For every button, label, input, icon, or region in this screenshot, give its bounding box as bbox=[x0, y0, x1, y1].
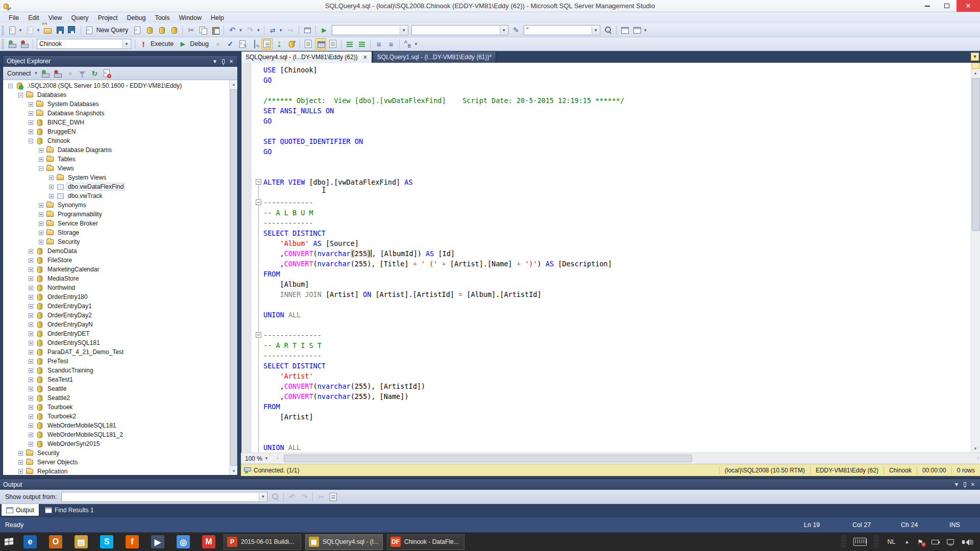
menu-tools[interactable]: Tools bbox=[150, 13, 174, 23]
tree-item[interactable]: +WebOrderMobileSQL181_2 bbox=[3, 430, 229, 439]
decrease-indent-icon[interactable] bbox=[373, 38, 384, 49]
tree-item[interactable]: +DemoData bbox=[3, 246, 229, 256]
scroll-down-icon[interactable]: ▼ bbox=[230, 467, 237, 475]
start-icon[interactable] bbox=[318, 24, 330, 36]
database-engine-query-icon[interactable] bbox=[132, 24, 143, 36]
expand-icon[interactable]: + bbox=[29, 368, 33, 373]
expand-icon[interactable]: + bbox=[29, 387, 33, 391]
tree-item[interactable]: +Seattle bbox=[3, 384, 229, 393]
show-output-from-combo[interactable]: ▼ bbox=[61, 492, 267, 502]
find-icon[interactable] bbox=[602, 24, 614, 36]
include-actual-execution-plan-icon[interactable] bbox=[261, 38, 273, 49]
tree-item[interactable]: +OrderEntryDayN bbox=[3, 320, 229, 329]
dmx-query-icon[interactable] bbox=[156, 24, 167, 36]
window-icon[interactable] bbox=[619, 24, 630, 36]
tree-item[interactable]: +PreTest bbox=[3, 357, 229, 366]
expand-icon[interactable]: + bbox=[29, 396, 33, 400]
collapse-icon[interactable]: − bbox=[8, 84, 13, 88]
tree-item[interactable]: +Synonyms bbox=[3, 201, 229, 210]
menu-file[interactable]: File bbox=[4, 13, 23, 23]
expand-icon[interactable]: + bbox=[29, 120, 33, 125]
tree-item[interactable]: +MarketingCalendar bbox=[3, 265, 229, 274]
next-message-icon[interactable] bbox=[299, 491, 310, 503]
available-databases-combo[interactable]: Chinook▼ bbox=[37, 39, 131, 49]
menu-window[interactable]: Window bbox=[175, 13, 206, 23]
query-designer-icon[interactable]: ✎ bbox=[237, 38, 248, 49]
expand-icon[interactable]: + bbox=[29, 423, 33, 428]
window-position-icon[interactable]: ▼ bbox=[211, 58, 219, 65]
collapse-icon[interactable]: − bbox=[39, 166, 43, 171]
expand-icon[interactable]: + bbox=[18, 451, 23, 456]
taskbar-dataflex-button[interactable]: DFChinook - DataFle... bbox=[387, 534, 464, 550]
dropdown-arrow-icon[interactable]: ▼ bbox=[238, 28, 242, 33]
tree-item[interactable]: +MediaStore bbox=[3, 274, 229, 283]
expand-icon[interactable]: + bbox=[29, 295, 33, 299]
previous-message-icon[interactable] bbox=[286, 491, 298, 503]
tree-item[interactable]: +BINCE_DWH bbox=[3, 118, 229, 127]
expand-icon[interactable]: + bbox=[49, 185, 54, 189]
scroll-marker[interactable] bbox=[972, 63, 980, 69]
editor-horizontal-scrollbar[interactable]: ‹ › bbox=[276, 453, 980, 464]
tree-item[interactable]: +ScanducTraining bbox=[3, 366, 229, 375]
debug-icon[interactable] bbox=[177, 38, 188, 49]
tree-item[interactable]: +Tourboek2 bbox=[3, 412, 229, 421]
tree-item[interactable]: +Server Objects bbox=[3, 458, 229, 467]
skype-icon[interactable]: S bbox=[94, 533, 119, 551]
properties-window-icon[interactable] bbox=[631, 24, 643, 36]
tree-item[interactable]: +System Databases bbox=[3, 99, 229, 109]
tree-item[interactable]: +Northwind bbox=[3, 283, 229, 292]
fold-collapse-icon[interactable]: − bbox=[256, 199, 261, 205]
action-center-flag-icon[interactable]: ⚑ bbox=[917, 538, 923, 546]
tree-item[interactable]: −Databases bbox=[3, 90, 229, 99]
chrome-icon[interactable]: ◎ bbox=[170, 533, 196, 551]
tree-item[interactable]: −Chinook bbox=[3, 136, 229, 145]
disconnect-icon[interactable] bbox=[52, 68, 63, 79]
document-tab-1[interactable]: SQLQuery4.sql - (l...DY-VM81\Eddy (62))✕ bbox=[241, 51, 372, 63]
tree-item[interactable]: +Tables bbox=[3, 155, 229, 164]
expand-icon[interactable]: + bbox=[29, 286, 33, 290]
start-button[interactable] bbox=[0, 533, 17, 551]
window-position-icon[interactable]: ▼ bbox=[952, 481, 961, 488]
auto-hide-pin-icon[interactable] bbox=[219, 58, 227, 65]
collapse-icon[interactable]: − bbox=[18, 93, 23, 97]
menu-project[interactable]: Project bbox=[93, 13, 122, 23]
connect-button[interactable]: Connect bbox=[7, 70, 31, 77]
expand-icon[interactable]: + bbox=[39, 157, 43, 162]
menu-view[interactable]: View bbox=[44, 13, 67, 23]
toolbar-combo-1[interactable]: ▼ bbox=[332, 25, 408, 35]
tree-item[interactable]: +System Views bbox=[3, 173, 229, 182]
output-title-bar[interactable]: Output ▼ ✕ bbox=[0, 479, 980, 490]
expand-icon[interactable]: + bbox=[29, 350, 33, 355]
expand-icon[interactable]: + bbox=[29, 111, 33, 116]
open-file-icon[interactable] bbox=[42, 24, 54, 36]
undo-icon[interactable] bbox=[227, 24, 238, 36]
expand-icon[interactable]: + bbox=[29, 341, 33, 345]
close-panel-icon[interactable]: ✕ bbox=[227, 58, 235, 65]
navigate-forward-icon[interactable]: ↪ bbox=[285, 24, 296, 36]
save-all-icon[interactable] bbox=[67, 24, 78, 36]
file-explorer-icon[interactable]: ▤ bbox=[68, 533, 94, 551]
toolbar-combo-quote[interactable]: "▼ bbox=[524, 25, 600, 35]
results-to-text-icon[interactable] bbox=[303, 38, 314, 49]
tree-item[interactable]: +OrderEntrySQL181 bbox=[3, 338, 229, 347]
expand-icon[interactable]: + bbox=[29, 277, 33, 281]
tree-item[interactable]: +OrderEntryDET bbox=[3, 329, 229, 338]
xmla-query-icon[interactable] bbox=[168, 24, 180, 36]
fold-collapse-icon[interactable]: − bbox=[256, 332, 261, 338]
uncomment-selection-icon[interactable] bbox=[356, 38, 368, 49]
hidden-icons-arrow-icon[interactable]: ▲ bbox=[904, 539, 909, 544]
dropdown-arrow-icon[interactable]: ▼ bbox=[36, 28, 40, 33]
debug-label[interactable]: Debug bbox=[190, 40, 209, 47]
gmail-icon[interactable]: M bbox=[196, 533, 222, 551]
tree-item[interactable]: +Security bbox=[3, 448, 229, 458]
new-item-icon[interactable] bbox=[7, 24, 18, 36]
scroll-up-icon[interactable]: ▲ bbox=[971, 69, 979, 77]
expand-icon[interactable]: + bbox=[29, 332, 33, 336]
expand-icon[interactable]: + bbox=[29, 249, 33, 254]
object-explorer-scrollbar[interactable]: ▲ ▼ bbox=[229, 80, 237, 475]
volume-icon[interactable]: ))) bbox=[962, 538, 973, 545]
firefox-icon[interactable]: f bbox=[119, 533, 145, 551]
scrollbar-thumb[interactable] bbox=[972, 78, 980, 231]
language-indicator[interactable]: NL bbox=[887, 538, 895, 545]
dropdown-arrow-icon[interactable]: ▼ bbox=[18, 28, 22, 33]
